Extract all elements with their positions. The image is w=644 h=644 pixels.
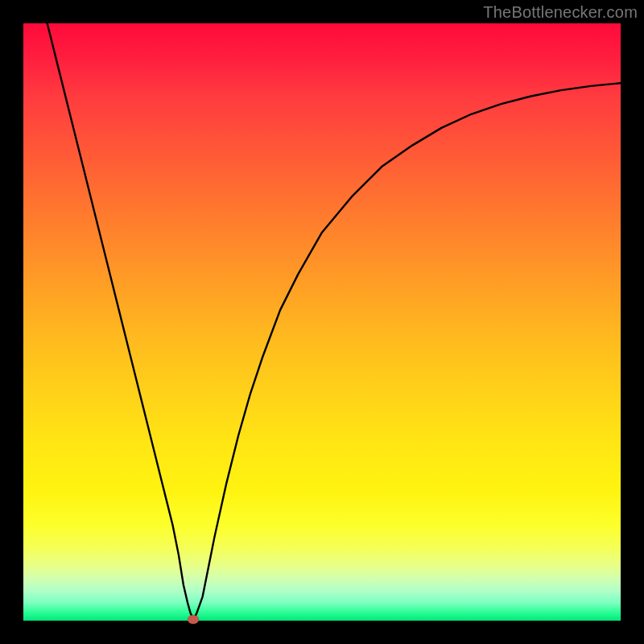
chart-frame: TheBottlenecker.com — [0, 0, 644, 644]
attribution-text: TheBottlenecker.com — [483, 3, 638, 22]
plot-area — [23, 23, 621, 621]
minimum-marker — [188, 615, 199, 624]
bottleneck-curve — [23, 23, 621, 621]
